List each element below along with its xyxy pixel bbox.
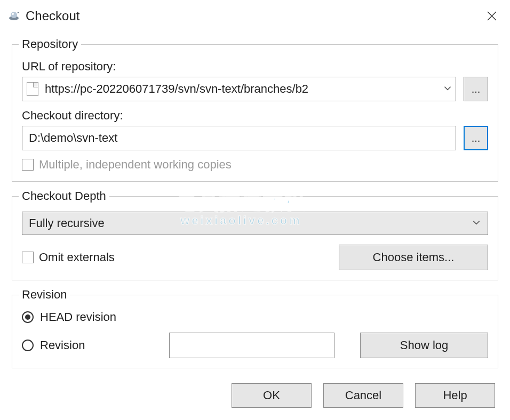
titlebar: Checkout xyxy=(0,0,510,32)
url-label: URL of repository: xyxy=(22,60,488,74)
repository-legend: Repository xyxy=(19,37,81,51)
close-button[interactable] xyxy=(481,5,503,27)
omit-externals-checkbox[interactable] xyxy=(22,252,34,263)
revision-group: Revision HEAD revision Revision Show log xyxy=(12,288,498,368)
app-icon xyxy=(7,10,20,22)
revision-number-row[interactable]: Revision xyxy=(22,338,161,352)
head-revision-radio[interactable] xyxy=(22,311,34,323)
dir-browse-button[interactable]: ... xyxy=(464,126,488,150)
multiple-copies-label: Multiple, independent working copies xyxy=(39,158,232,172)
depth-select-value: Fully recursive xyxy=(29,216,105,230)
chevron-down-icon[interactable] xyxy=(443,83,452,95)
show-log-button[interactable]: Show log xyxy=(360,333,488,358)
multiple-copies-checkbox[interactable] xyxy=(22,159,34,171)
cancel-button[interactable]: Cancel xyxy=(323,383,403,408)
revision-number-radio[interactable] xyxy=(22,340,34,351)
depth-legend: Checkout Depth xyxy=(19,189,109,203)
depth-select[interactable]: Fully recursive xyxy=(22,212,488,235)
revision-number-label: Revision xyxy=(40,338,85,352)
head-revision-row[interactable]: HEAD revision xyxy=(22,310,488,324)
window-title: Checkout xyxy=(26,9,481,23)
depth-group: Checkout Depth Fully recursive Omit exte… xyxy=(12,189,498,280)
svg-point-2 xyxy=(12,13,14,15)
dir-input[interactable] xyxy=(22,126,456,150)
revision-legend: Revision xyxy=(19,288,70,302)
multiple-copies-checkbox-row: Multiple, independent working copies xyxy=(22,158,488,172)
url-input[interactable] xyxy=(44,82,443,96)
dialog-button-bar: OK Cancel Help xyxy=(12,376,498,408)
omit-externals-label: Omit externals xyxy=(39,251,115,264)
svg-point-1 xyxy=(11,12,17,18)
dir-label: Checkout directory: xyxy=(22,109,488,123)
choose-items-button[interactable]: Choose items... xyxy=(339,245,488,270)
url-browse-button[interactable]: ... xyxy=(464,77,488,101)
chevron-down-icon xyxy=(472,217,481,229)
file-icon xyxy=(27,82,38,96)
url-combo[interactable] xyxy=(22,77,456,101)
revision-number-input[interactable] xyxy=(169,333,334,358)
ok-button[interactable]: OK xyxy=(232,383,312,408)
help-button[interactable]: Help xyxy=(415,383,495,408)
head-revision-label: HEAD revision xyxy=(40,310,116,324)
omit-externals-row: Omit externals xyxy=(22,251,115,264)
repository-group: Repository URL of repository: ... Checko… xyxy=(12,37,498,182)
